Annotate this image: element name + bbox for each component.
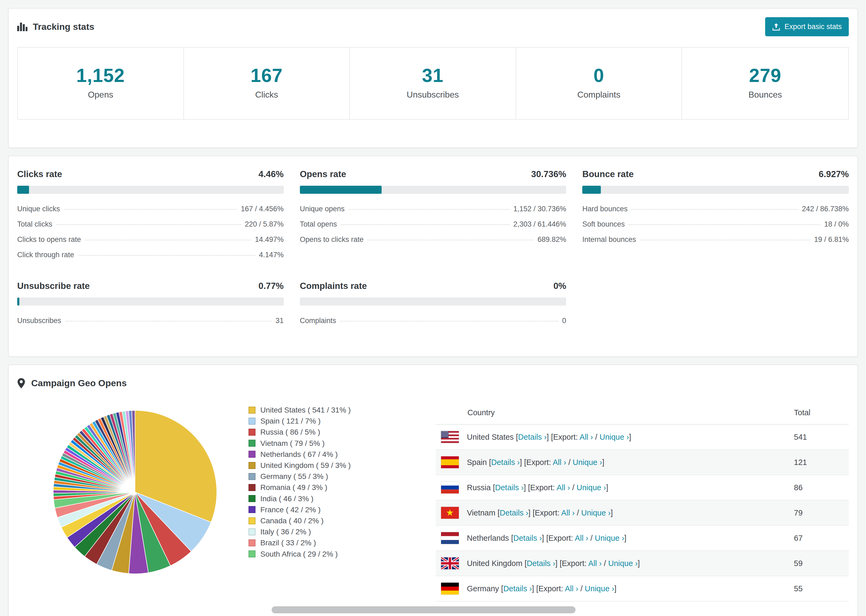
rate-row-label: Opens to clicks rate <box>300 236 364 244</box>
export-all-link[interactable]: All › <box>575 534 588 542</box>
progress-bar-fill <box>17 297 19 306</box>
legend-swatch <box>249 528 255 535</box>
legend-item-vietnam[interactable]: Vietnam ( 79 / 5% ) <box>249 438 389 449</box>
details-link[interactable]: Details › <box>518 433 546 441</box>
rate-header: Opens rate 30.736% <box>300 169 567 179</box>
legend-item-brazil[interactable]: Brazil ( 33 / 2% ) <box>249 537 389 548</box>
rate-rows: Unique clicks 167 / 4.456% Total clicks … <box>17 201 284 262</box>
rate-row-value: 19 / 6.81% <box>814 236 849 244</box>
rate-header: Clicks rate 4.46% <box>17 169 284 179</box>
export-unique-link[interactable]: Unique › <box>576 483 606 492</box>
geo-opens-pie-chart <box>52 409 218 575</box>
legend-item-india[interactable]: India ( 46 / 3% ) <box>249 493 389 504</box>
export-all-link[interactable]: All › <box>588 559 601 567</box>
rate-title: Complaints rate <box>300 281 367 291</box>
total-cell: 79 <box>789 500 849 525</box>
legend-swatch <box>249 484 255 491</box>
dotted-leader <box>640 240 810 240</box>
stat-value: 0 <box>516 65 682 86</box>
details-link[interactable]: Details › <box>500 509 528 517</box>
legend-item-romania[interactable]: Romania ( 49 / 3% ) <box>249 482 389 493</box>
export-all-link[interactable]: All › <box>579 433 593 441</box>
legend-swatch <box>249 407 255 413</box>
rate-row-total-clicks: Total clicks 220 / 5.87% <box>17 217 284 232</box>
progress-bar <box>300 186 567 194</box>
details-link[interactable]: Details › <box>513 534 542 542</box>
legend-item-russia[interactable]: Russia ( 86 / 5% ) <box>249 426 389 438</box>
export-all-link[interactable]: All › <box>565 584 578 593</box>
progress-bar <box>17 186 284 194</box>
country-cell-text: Germany [Details ›] [Export: All › / Uni… <box>467 584 616 593</box>
rates-card: Clicks rate 4.46% Unique clicks 167 / 4.… <box>8 156 858 357</box>
export-unique-link[interactable]: Unique › <box>595 534 624 542</box>
details-link[interactable]: Details › <box>495 483 524 492</box>
rate-row-label: Total clicks <box>17 220 52 228</box>
country-cell-text: United States [Details ›] [Export: All ›… <box>467 433 631 441</box>
country-cell: Spain [Details ›] [Export: All › / Uniqu… <box>436 449 789 475</box>
legend-item-canada[interactable]: Canada ( 40 / 2% ) <box>249 515 389 526</box>
rate-row-label: Total opens <box>300 220 337 228</box>
dotted-leader <box>348 209 509 210</box>
legend-swatch <box>249 462 255 469</box>
dotted-leader <box>340 321 559 321</box>
dotted-leader <box>78 255 255 256</box>
stat-value: 31 <box>350 65 516 86</box>
export-basic-stats-label: Export basic stats <box>784 23 842 31</box>
dotted-leader <box>341 225 510 225</box>
export-unique-link[interactable]: Unique › <box>573 458 602 467</box>
export-all-link[interactable]: All › <box>553 458 566 467</box>
geo-row-vietnam: Vietnam [Details ›] [Export: All › / Uni… <box>436 500 849 525</box>
legend-label: India ( 46 / 3% ) <box>260 493 313 504</box>
legend-swatch <box>249 473 255 480</box>
details-link[interactable]: Details › <box>503 584 532 593</box>
legend-item-south-africa[interactable]: South Africa ( 29 / 2% ) <box>249 548 389 559</box>
country-cell: United States [Details ›] [Export: All ›… <box>436 424 789 449</box>
progress-bar <box>582 186 849 194</box>
legend-item-netherlands[interactable]: Netherlands ( 67 / 4% ) <box>249 449 389 460</box>
tracking-stats-title-text: Tracking stats <box>33 22 94 32</box>
progress-bar-fill <box>300 186 382 194</box>
map-pin-icon <box>17 378 25 388</box>
details-link[interactable]: Details › <box>491 458 520 467</box>
legend-item-germany[interactable]: Germany ( 55 / 3% ) <box>249 471 389 482</box>
dotted-leader <box>631 209 798 210</box>
flag-gb-icon <box>441 558 459 569</box>
export-basic-stats-button[interactable]: Export basic stats <box>765 17 849 36</box>
horizontal-scrollbar-thumb[interactable] <box>272 606 576 613</box>
legend-item-spain[interactable]: Spain ( 121 / 7% ) <box>249 415 389 426</box>
export-unique-link[interactable]: Unique › <box>585 584 614 593</box>
geo-row-united-states: United States [Details ›] [Export: All ›… <box>436 424 849 449</box>
flag-es-icon <box>441 456 459 468</box>
legend-item-united-states[interactable]: United States ( 541 / 31% ) <box>249 404 389 415</box>
export-all-link[interactable]: All › <box>561 509 575 517</box>
legend-swatch <box>249 451 255 458</box>
rate-row-value: 167 / 4.456% <box>241 205 284 213</box>
details-link[interactable]: Details › <box>527 559 555 567</box>
dotted-leader <box>64 209 237 210</box>
legend-item-france[interactable]: France ( 42 / 2% ) <box>249 504 389 515</box>
stat-complaints: 0 Complaints <box>516 47 682 119</box>
rate-row-value: 18 / 0% <box>824 220 849 228</box>
legend-item-italy[interactable]: Italy ( 36 / 2% ) <box>249 526 389 537</box>
rate-row-hard-bounces: Hard bounces 242 / 86.738% <box>582 201 849 217</box>
rate-row-label: Unsubscribes <box>17 317 61 325</box>
legend-swatch <box>249 495 255 502</box>
legend-item-united-kingdom[interactable]: United Kingdom ( 59 / 3% ) <box>249 460 389 471</box>
stats-summary-row: 1,152 Opens 167 Clicks 31 Unsubscribes 0… <box>17 47 849 119</box>
stat-clicks: 167 Clicks <box>184 47 350 119</box>
export-unique-link[interactable]: Unique › <box>608 559 638 567</box>
progress-bar <box>300 297 567 306</box>
geo-row-russia: Russia [Details ›] [Export: All › / Uniq… <box>436 475 849 500</box>
export-unique-link[interactable]: Unique › <box>600 433 629 441</box>
tracking-stats-title: Tracking stats <box>17 22 94 32</box>
export-unique-link[interactable]: Unique › <box>581 509 611 517</box>
rate-row-value: 2,303 / 61.446% <box>513 220 567 228</box>
legend-swatch <box>249 517 255 524</box>
rate-value: 0% <box>553 281 567 291</box>
stat-value: 1,152 <box>18 65 183 86</box>
rate-title: Clicks rate <box>17 169 62 179</box>
rate-rows: Unsubscribes 31 <box>17 313 284 328</box>
rate-unsubscribe-rate: Unsubscribe rate 0.77% Unsubscribes 31 <box>17 281 284 328</box>
rate-rows: Hard bounces 242 / 86.738% Soft bounces … <box>582 201 849 247</box>
export-all-link[interactable]: All › <box>557 483 570 492</box>
